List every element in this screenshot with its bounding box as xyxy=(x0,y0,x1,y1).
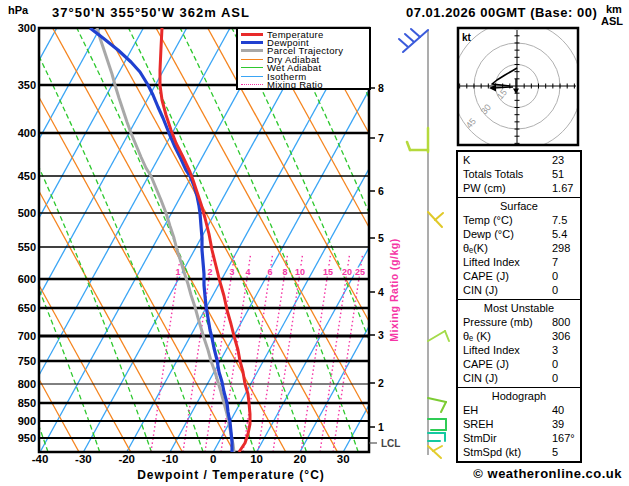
table-row: CIN (J)0 xyxy=(458,371,580,385)
wet-adiabat-line xyxy=(129,28,307,452)
km-tick-label: 5 xyxy=(378,232,384,244)
table-section: Most UnstablePressure (mb)800θₑ (K)306Li… xyxy=(458,299,580,387)
km-tick-label: 7 xyxy=(378,132,384,144)
table-row: StmSpd (kt)5 xyxy=(458,445,580,459)
table-row-label: StmSpd (kt) xyxy=(463,446,521,458)
legend: TemperatureDewpointParcel TrajectoryDry … xyxy=(236,27,371,90)
pressure-tick-label: 650 xyxy=(18,302,36,314)
x-tick-label: 20 xyxy=(294,453,307,465)
table-row: Lifted Index3 xyxy=(458,343,580,357)
table-row-value: 298 xyxy=(552,241,570,255)
lcl-label: LCL xyxy=(381,438,400,449)
mixing-ratio-line xyxy=(320,255,350,452)
table-row: CAPE (J)0 xyxy=(458,269,580,283)
x-tick-label: -40 xyxy=(32,453,49,465)
isotherm-line xyxy=(213,28,446,452)
isotherm-line xyxy=(40,28,273,452)
table-row: K23 xyxy=(458,153,580,167)
table-row-label: Temp (°C) xyxy=(463,214,513,226)
x-tick-label: -20 xyxy=(118,453,135,465)
copyright-footer: © weatheronline.co.uk xyxy=(0,466,622,481)
legend-swatch-parcel-trajectory xyxy=(241,49,263,52)
wind-barb xyxy=(399,39,408,47)
dry-adiabat-line xyxy=(53,28,286,452)
table-row-value: 0 xyxy=(552,269,558,283)
sounding-indices-table: K23Totals Totals51PW (cm)1.67SurfaceTemp… xyxy=(456,150,582,463)
km-tick-label: 4 xyxy=(378,286,384,298)
wind-barb xyxy=(428,331,445,341)
pressure-tick-label: 450 xyxy=(18,170,36,182)
hodograph-ring-label: 30 xyxy=(479,102,493,116)
legend-swatch-mixing-ratio xyxy=(241,84,263,85)
table-row: Dewp (°C)5.4 xyxy=(458,227,580,241)
mixing-ratio-axis-label: Mixing Ratio (g/kg) xyxy=(388,238,400,341)
table-row: CAPE (J)0 xyxy=(458,357,580,371)
table-row-value: 40 xyxy=(552,403,564,417)
wet-adiabat-line xyxy=(77,28,255,452)
legend-item: Mixing Ratio xyxy=(241,80,369,88)
table-row-label: CIN (J) xyxy=(463,372,498,384)
table-row-label: CIN (J) xyxy=(463,284,498,296)
pressure-tick-label: 550 xyxy=(18,241,36,253)
hodograph-ring-label: 15 xyxy=(495,87,509,101)
table-row-value: 800 xyxy=(552,315,570,329)
x-tick-label: 10 xyxy=(250,453,263,465)
table-row: PW (cm)1.67 xyxy=(458,181,580,195)
pressure-tick-label: 900 xyxy=(18,415,36,427)
legend-label: Mixing Ratio xyxy=(267,79,323,90)
table-row-value: 167° xyxy=(552,431,575,445)
pressure-tick-label: 300 xyxy=(18,22,36,34)
table-row-label: CAPE (J) xyxy=(463,358,509,370)
mixing-ratio-value-label: 8 xyxy=(282,267,287,277)
wind-barb xyxy=(435,213,443,220)
table-row-value: 0 xyxy=(552,357,558,371)
wind-barb xyxy=(405,34,414,42)
wind-barb xyxy=(445,331,449,341)
table-row-value: 0 xyxy=(552,283,558,297)
table-row-label: CAPE (J) xyxy=(463,270,509,282)
x-tick-label: 30 xyxy=(337,453,350,465)
table-row-value: 3 xyxy=(552,343,558,357)
mixing-ratio-line xyxy=(221,255,251,452)
hodograph-ring-label: 45 xyxy=(464,116,478,130)
km-tick-label: 2 xyxy=(378,377,384,389)
hodograph-unit-label: kt xyxy=(462,32,472,43)
table-row: θₑ(K)298 xyxy=(458,241,580,255)
x-tick-label: -10 xyxy=(162,453,179,465)
wet-adiabat-line xyxy=(0,28,100,452)
table-row-label: StmDir xyxy=(463,432,497,444)
dry-adiabat-line xyxy=(156,28,389,452)
wind-barb xyxy=(411,29,420,37)
pressure-tick-label: 350 xyxy=(18,79,36,91)
pressure-tick-label: 700 xyxy=(18,330,36,342)
table-row: Lifted Index7 xyxy=(458,255,580,269)
table-row-value: 306 xyxy=(552,329,570,343)
wind-barb xyxy=(407,142,410,150)
table-row-value: 1.67 xyxy=(552,181,573,195)
table-row-value: 7.5 xyxy=(552,213,567,227)
table-section-header: Surface xyxy=(458,199,580,213)
wind-barb xyxy=(441,402,446,412)
x-tick-label: 0 xyxy=(210,453,216,465)
table-row-value: 5.4 xyxy=(552,227,567,241)
mixing-ratio-value-label: 15 xyxy=(323,267,333,277)
mixing-ratio-value-label: 4 xyxy=(245,267,250,277)
table-row-label: Totals Totals xyxy=(463,168,523,180)
mixing-ratio-value-label: 10 xyxy=(295,267,305,277)
pressure-tick-label: 750 xyxy=(18,355,36,367)
table-row-value: 0 xyxy=(552,371,558,385)
mixing-ratio-value-label: 3 xyxy=(229,267,234,277)
wet-adiabat-line xyxy=(284,28,462,452)
table-row-label: SREH xyxy=(463,418,494,430)
wind-barb xyxy=(428,398,446,402)
table-row: Temp (°C)7.5 xyxy=(458,213,580,227)
isotherm-line xyxy=(0,28,100,452)
legend-swatch-dry-adiabat xyxy=(241,59,263,60)
table-section-header: Hodograph xyxy=(458,389,580,403)
x-tick-label: -30 xyxy=(75,453,92,465)
mixing-ratio-value-label: 20 xyxy=(342,267,352,277)
mixing-ratio-line xyxy=(273,255,303,452)
table-row: θₑ (K)306 xyxy=(458,329,580,343)
table-row: StmDir167° xyxy=(458,431,580,445)
pressure-tick-label: 600 xyxy=(18,273,36,285)
